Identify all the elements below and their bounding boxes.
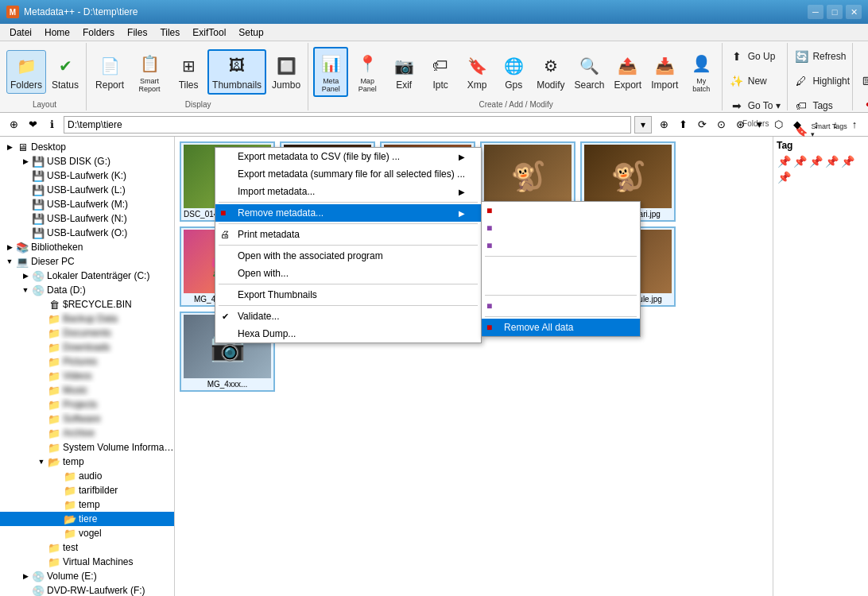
tag-icon-green[interactable]: 📌 (824, 154, 839, 168)
context-menu-hexa-dump[interactable]: Hexa Dump... (215, 325, 481, 343)
tree-expander-usb-n[interactable] (19, 212, 32, 225)
donation-button[interactable]: ❤ Make a Donation (858, 94, 868, 118)
tree-item-dieser-pc[interactable]: ▼ 💻 Dieser PC (0, 254, 174, 269)
tree-expander-recycle[interactable] (35, 298, 48, 311)
gps-button[interactable]: 🌐 Gps (496, 50, 531, 94)
tree-expander-usb-g[interactable]: ▶ (19, 155, 32, 168)
context-menu-open-with[interactable]: Open with... (215, 265, 481, 282)
context-menu-export-thumb[interactable]: Export Thumbnails (215, 286, 481, 304)
tags-button[interactable]: 🏷 Tags (789, 94, 852, 118)
refresh-button[interactable]: 🔄 Refresh (789, 45, 852, 68)
submenu-remove-all[interactable]: ■ Remove All data (482, 319, 640, 336)
close-button[interactable]: ✕ (846, 5, 862, 19)
tree-item-blur2[interactable]: 📁 Documents (0, 326, 174, 340)
modify-button[interactable]: ⚙ Modify (533, 50, 568, 94)
addr-icon-2[interactable]: ❤ (24, 116, 41, 134)
smart-report-button[interactable]: 📋 SmartReport (130, 48, 169, 96)
tree-item-blur7[interactable]: 📁 Projects (0, 397, 174, 412)
tree-item-blur5[interactable]: 📁 Videos (0, 369, 174, 383)
addr-icon-3[interactable]: ℹ (43, 116, 60, 134)
batch-button[interactable]: 👤 Mybatch (684, 48, 719, 96)
tree-item-dvd-f[interactable]: 💿 DVD-RW-Laufwerk (F:) (0, 583, 174, 596)
status-button[interactable]: ✔ Status (48, 50, 83, 94)
tree-item-tiere[interactable]: 📂 tiere (0, 512, 174, 526)
tree-item-blur8[interactable]: 📁 Software (0, 412, 174, 426)
meta-panel-button[interactable]: 📊 MetaPanel (313, 47, 348, 97)
addr-nav-6[interactable]: ▾ (750, 116, 768, 134)
search-button[interactable]: 🔍 Search (570, 50, 608, 94)
menu-folders[interactable]: Folders (76, 25, 121, 40)
maximize-button[interactable]: □ (827, 5, 843, 19)
tree-expander-dieser-pc[interactable]: ▼ (3, 255, 16, 268)
tag-icon-blue[interactable]: 📌 (840, 154, 854, 168)
tree-item-blur6[interactable]: 📁 Music (0, 383, 174, 397)
context-menu-print-meta[interactable]: 🖨 Print metadata (215, 226, 481, 243)
tree-item-test[interactable]: 📁 test (0, 540, 174, 555)
tree-expander-local-c[interactable]: ▶ (19, 269, 32, 282)
export-button[interactable]: 📤 Export (610, 50, 646, 94)
tree-item-usb-l[interactable]: 💾 USB-Laufwerk (L:) (0, 183, 174, 197)
folders-button[interactable]: 📁 Folders (6, 50, 46, 94)
highlight-button[interactable]: 🖊 Highlight (789, 69, 853, 93)
tag-icon-red[interactable]: 📌 (777, 154, 791, 168)
tree-item-desktop[interactable]: ▶ 🖥 Desktop (0, 140, 174, 154)
addr-nav-5[interactable]: ⊛ (731, 116, 749, 134)
submenu-remove-gps[interactable]: Remove all GPS data (482, 258, 640, 276)
menu-tiles[interactable]: Tiles (153, 25, 186, 40)
tree-item-volume-e[interactable]: ▶ 💿 Volume (E:) (0, 569, 174, 583)
tree-item-temp2[interactable]: 📁 temp (0, 497, 174, 512)
report-button[interactable]: 📄 Report (91, 50, 128, 94)
tree-item-usb-o[interactable]: 💾 USB-Laufwerk (O:) (0, 226, 174, 240)
thumbnails-button[interactable]: 🖼 Thumbnails (207, 49, 266, 95)
addr-nav-1[interactable]: ⊕ (655, 116, 672, 134)
submenu-remove-exif[interactable]: ■ Remove all EXIF data (482, 202, 640, 219)
about-button[interactable]: ℹ About (858, 45, 868, 68)
tree-expander-usb-o[interactable] (19, 226, 32, 239)
tree-item-local-c[interactable]: ▶ 💿 Lokaler Datenträger (C:) (0, 269, 174, 283)
tree-item-recycle[interactable]: 🗑 $RECYCLE.BIN (0, 297, 174, 312)
tag-icon-purple[interactable]: 📌 (777, 170, 791, 184)
context-menu-open-assoc[interactable]: Open with the associated program (215, 247, 481, 265)
addr-nav-8[interactable]: ◆ (789, 116, 806, 134)
address-input[interactable] (64, 116, 631, 134)
tree-item-temp[interactable]: ▼ 📂 temp (0, 455, 174, 469)
menu-datei[interactable]: Datei (3, 25, 38, 40)
context-menu-export-csv[interactable]: Export metadata to CSV (file by file) ..… (215, 148, 481, 165)
go-up-button[interactable]: ⬆ Go Up (724, 45, 788, 68)
tree-item-bibliotheken[interactable]: ▶ 📚 Bibliotheken (0, 240, 174, 254)
submenu-remove-icc[interactable]: ■ Remove all ICC profile (482, 297, 640, 315)
tree-expander-usb-l[interactable] (19, 184, 32, 196)
tree-item-usb-n[interactable]: 💾 USB-Laufwerk (N:) (0, 211, 174, 226)
tree-item-usb-m[interactable]: 💾 USB-Laufwerk (M:) (0, 197, 174, 211)
go-to-button[interactable]: ➡ Go To ▾ (724, 94, 788, 118)
tree-item-sysinfo[interactable]: 📁 System Volume Information (0, 440, 174, 455)
addr-nav-3[interactable]: ⟳ (693, 116, 711, 134)
tree-item-usb-k[interactable]: 💾 USB-Laufwerk (K:) (0, 168, 174, 183)
tag-icon-orange[interactable]: 📌 (792, 154, 807, 168)
context-menu-import-meta[interactable]: Import metadata... ▶ (215, 183, 481, 200)
submenu-remove-xmp[interactable]: ■ Remove all XMP data (482, 237, 640, 254)
addr-icon-1[interactable]: ⊕ (5, 116, 22, 134)
addr-nav-11[interactable]: ↑ (846, 116, 863, 134)
tree-item-vm[interactable]: 📁 Virtual Machines (0, 555, 174, 569)
xmp-button[interactable]: 🔖 Xmp (459, 50, 494, 94)
addr-nav-4[interactable]: ⊙ (712, 116, 730, 134)
exif-button[interactable]: 📷 Exif (386, 50, 421, 94)
context-menu-validate[interactable]: ✔ Validate... (215, 308, 481, 325)
address-go-button[interactable]: ▾ (634, 116, 652, 134)
map-panel-button[interactable]: 📍 MapPanel (350, 48, 385, 96)
hotkeys-button[interactable]: ⌨ Hotkeys (858, 69, 868, 93)
tiles-button[interactable]: ⊞ Tiles (171, 50, 206, 94)
new-folder-button[interactable]: ✨ New (724, 69, 788, 93)
tree-item-tarifbilder[interactable]: 📁 tarifbilder (0, 483, 174, 497)
minimize-button[interactable]: ─ (808, 5, 823, 19)
tree-item-data-d[interactable]: ▼ 💿 Data (D:) (0, 283, 174, 297)
submenu-remove-makernotes[interactable]: Remove all MakerNotes data (482, 276, 640, 293)
addr-nav-2[interactable]: ⬆ (674, 116, 692, 134)
menu-exiftool[interactable]: ExifTool (186, 25, 232, 40)
tree-expander-usb-k[interactable] (19, 169, 32, 182)
tree-expander-data-d[interactable]: ▼ (19, 284, 32, 296)
menu-files[interactable]: Files (121, 25, 153, 40)
tree-expander-usb-m[interactable] (19, 198, 32, 211)
addr-nav-9[interactable]: ↕ (808, 116, 825, 134)
